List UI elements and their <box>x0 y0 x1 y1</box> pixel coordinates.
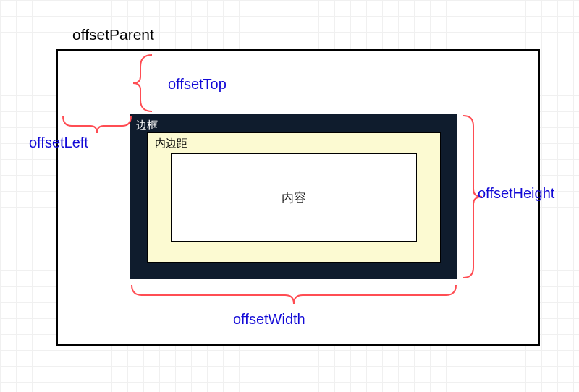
padding-label: 内边距 <box>155 137 187 150</box>
offset-width-label: offsetWidth <box>233 311 305 328</box>
offset-parent-label: offsetParent <box>72 26 154 43</box>
offset-top-label: offsetTop <box>168 76 227 93</box>
padding-box: 内边距 内容 <box>147 132 441 263</box>
border-label: 边框 <box>136 119 158 132</box>
border-box: 边框 内边距 内容 <box>130 114 457 279</box>
content-box: 内容 <box>171 153 417 242</box>
offset-height-label: offsetHeight <box>478 185 554 202</box>
offset-left-label: offsetLeft <box>29 135 88 151</box>
content-label: 内容 <box>282 189 306 206</box>
brace-offset-top-icon <box>130 54 165 113</box>
